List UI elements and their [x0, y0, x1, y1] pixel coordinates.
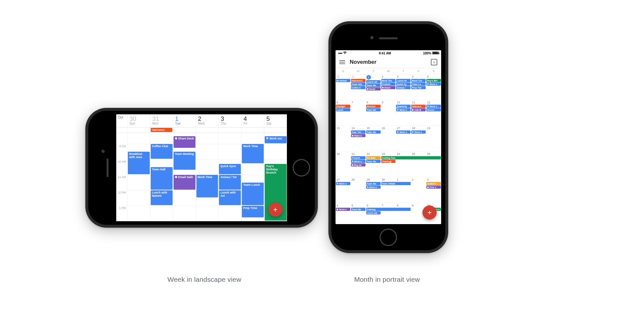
month-event-chip[interactable]: Halloween: [351, 79, 365, 82]
month-day-cell[interactable]: 6DaylightLunch: [336, 100, 351, 126]
month-day-cell[interactable]: 1Lunch witTeam Me✽ Email: [366, 74, 381, 100]
month-day-cell[interactable]: 26: [426, 152, 441, 177]
month-event-chip[interactable]: Hosting Family for Thanksgiving: [381, 156, 396, 159]
month-event-chip[interactable]: Election: [366, 105, 381, 108]
month-day-cell[interactable]: 17⚑ Work o: [396, 126, 411, 151]
allday-cell[interactable]: [264, 128, 287, 133]
month-event-chip[interactable]: Team Me: [366, 160, 381, 163]
calendar-event[interactable]: Lunch with Naiomi: [151, 190, 173, 205]
month-event-chip[interactable]: Team Offsite: [381, 182, 396, 185]
month-event-chip[interactable]: [395, 208, 411, 211]
allday-cell[interactable]: [127, 128, 150, 133]
month-day-cell[interactable]: 2Work TimProduct✽ Share: [381, 74, 396, 100]
week-day-header[interactable]: 31 Mon: [150, 114, 173, 127]
month-event-chip[interactable]: Town Hall: [351, 82, 365, 86]
month-day-cell[interactable]: 11Veterans✽ Call M: [411, 100, 426, 126]
month-event-chip[interactable]: Coffee C: [351, 86, 365, 89]
allday-cell[interactable]: Halloween: [150, 128, 173, 133]
calendar-event[interactable]: Town Hall: [151, 167, 173, 190]
month-grid[interactable]: 30Breakfast31HalloweenTown HallCoffee C1…: [336, 74, 441, 224]
month-event-chip[interactable]: Breakfast: [336, 79, 350, 82]
month-day-cell[interactable]: 28: [351, 177, 366, 203]
month-event-chip[interactable]: Lunch wit: [366, 211, 381, 214]
calendar-event[interactable]: Lunch with Avi: [219, 190, 241, 205]
month-day-cell[interactable]: 29Team Me⚑ Work o: [366, 177, 381, 203]
calendar-event[interactable]: Work Time: [196, 175, 218, 197]
month-event-chip[interactable]: [395, 156, 411, 159]
month-day-cell[interactable]: 25: [411, 152, 426, 177]
month-day-cell[interactable]: 7: [381, 203, 396, 224]
month-day-cell[interactable]: 16: [381, 126, 396, 151]
month-day-cell[interactable]: 7: [351, 100, 366, 126]
month-event-chip[interactable]: Product: [381, 82, 396, 86]
month-day-cell[interactable]: 30Breakfast: [336, 74, 351, 100]
month-day-cell[interactable]: 3Aniket V✽ Pick u: [426, 177, 441, 203]
month-day-cell[interactable]: 4Work TimTeam LuPrep Tim: [411, 74, 426, 100]
month-event-chip[interactable]: [381, 208, 396, 211]
calendar-event[interactable]: Coffee Chat: [151, 144, 173, 159]
week-columns[interactable]: Breakfast with JessCoffee ChatTown HallL…: [127, 133, 287, 221]
month-day-cell[interactable]: 5Team Me: [351, 203, 366, 224]
month-event-chip[interactable]: Roy's Birt: [426, 79, 441, 82]
calendar-event[interactable]: Quick Sync: [219, 164, 241, 174]
month-day-cell[interactable]: 20: [336, 152, 351, 177]
week-day-header[interactable]: 30 Sun: [127, 114, 150, 127]
calendar-event[interactable]: Team Lunch: [242, 183, 264, 205]
month-event-chip[interactable]: ⚑ Work o: [396, 108, 411, 111]
month-event-chip[interactable]: ⚑ Work o: [396, 130, 411, 134]
month-event-chip[interactable]: ⚑ Work o: [336, 182, 350, 185]
week-day-header[interactable]: 3 Thu: [218, 114, 241, 127]
month-day-cell[interactable]: 12⚑ Work oGrocer: [426, 100, 441, 126]
month-day-cell[interactable]: 2: [411, 177, 426, 203]
month-event-chip[interactable]: Team Lu: [411, 82, 426, 86]
month-event-chip[interactable]: [426, 156, 441, 159]
week-day-header[interactable]: 5 Sat: [264, 114, 287, 127]
month-event-chip[interactable]: [411, 156, 426, 159]
allday-cell[interactable]: [241, 128, 264, 133]
week-grid[interactable]: 9 AM10 AM11 AM12 PM1 PM Breakfast with J…: [116, 133, 287, 221]
month-event-chip[interactable]: Quick Sy: [396, 82, 411, 86]
month-day-cell[interactable]: 5Roy's Birt⚑ Work o: [426, 74, 441, 100]
month-event-chip[interactable]: Veterans: [411, 105, 426, 108]
month-event-chip[interactable]: ✽ Email: [366, 87, 381, 90]
month-event-chip[interactable]: Daylight: [336, 105, 350, 108]
month-day-cell[interactable]: 19: [426, 126, 441, 151]
month-day-cell[interactable]: 3Lunch wiQuick SyAnissa /: [396, 74, 411, 100]
week-day-header[interactable]: 2 Wed: [196, 114, 219, 127]
allday-cell[interactable]: [218, 128, 241, 133]
month-day-cell[interactable]: 1: [396, 177, 411, 203]
home-button[interactable]: [380, 229, 397, 246]
month-event-chip[interactable]: ✽ Send o: [336, 208, 350, 211]
today-icon[interactable]: 1: [431, 59, 437, 65]
allday-cell[interactable]: [173, 128, 196, 133]
create-event-fab[interactable]: +: [422, 205, 437, 220]
month-day-cell[interactable]: 15Team Me: [366, 126, 381, 151]
month-event-chip[interactable]: Team Me: [351, 208, 365, 211]
month-event-chip[interactable]: Quarterly: [396, 105, 411, 108]
calendar-event[interactable]: Work Time: [242, 144, 264, 163]
month-day-cell[interactable]: 24: [396, 152, 411, 177]
month-event-chip[interactable]: ⚑ Work o: [366, 185, 381, 189]
month-event-chip[interactable]: ✽ Share: [381, 86, 396, 89]
week-day-header[interactable]: 4 Fri: [241, 114, 264, 127]
month-event-chip[interactable]: Present: [351, 156, 365, 159]
month-event-chip[interactable]: Avi Sala: [366, 156, 381, 159]
month-day-cell[interactable]: 21Present⚑ Work o✽ Buy do: [351, 152, 366, 177]
month-day-cell[interactable]: 10Quarterly⚑ Work o: [396, 100, 411, 126]
calendar-event[interactable]: ✽ Email Salit: [174, 175, 195, 190]
month-day-cell[interactable]: 31HalloweenTown HallCoffee C: [351, 74, 366, 100]
month-title[interactable]: November: [350, 59, 426, 65]
calendar-month-view[interactable]: ••••• 9:41 AM 100% November 1 SMTWT: [336, 50, 441, 224]
month-event-chip[interactable]: ✽ Call M: [411, 108, 426, 111]
calendar-event[interactable]: Anissa / Tor: [219, 175, 241, 190]
month-event-chip[interactable]: Year / An: [351, 130, 365, 134]
week-column[interactable]: ✽ Share DeckTeam Meeting✽ Email Salit: [173, 133, 196, 221]
month-event-chip[interactable]: Lunch wit: [366, 80, 381, 83]
month-event-chip[interactable]: Team Me: [366, 84, 381, 87]
month-event-chip[interactable]: ⚑ Work o: [411, 130, 426, 134]
month-day-cell[interactable]: 22Avi SalaTeam Me: [366, 152, 381, 177]
month-day-cell[interactable]: 6TrainingLunch wit: [366, 203, 381, 224]
create-event-fab[interactable]: +: [268, 203, 282, 217]
month-day-cell[interactable]: 23Hosting Family for ThanksgivingThanksg…: [381, 152, 396, 177]
month-event-chip[interactable]: Lunch: [336, 108, 350, 111]
